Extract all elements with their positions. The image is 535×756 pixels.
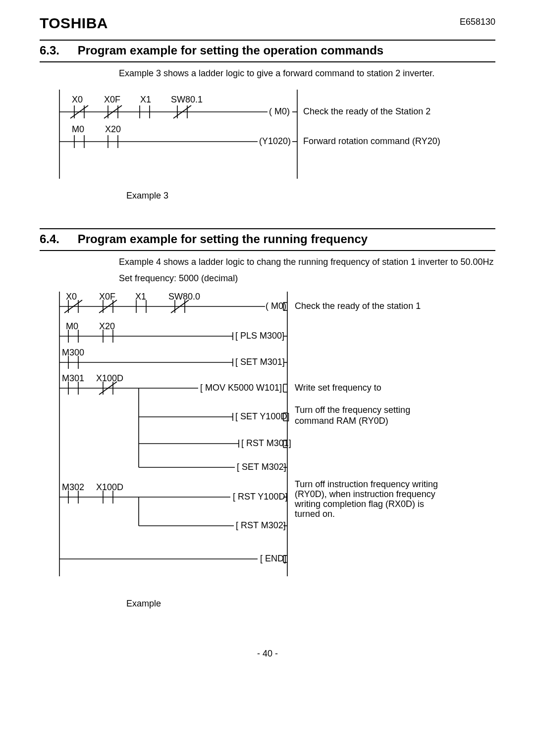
svg-text:[ END]: [ END]: [260, 554, 286, 563]
svg-text:writing completion flag (RX0D): writing completion flag (RX0D) is: [294, 499, 424, 509]
section-6-4-desc2: Set frequency: 5000 (decimal): [119, 271, 495, 286]
section-6-3-desc: Example 3 shows a ladder logic to give a…: [119, 66, 495, 81]
brand-logo: TOSHIBA: [40, 15, 108, 32]
section-number: 6.3.: [40, 44, 74, 57]
svg-text:[ SET   Y100D]: [ SET Y100D]: [235, 411, 289, 421]
svg-text:M0: M0: [72, 124, 84, 134]
svg-text:(RY0D), when instruction frequ: (RY0D), when instruction frequency: [295, 489, 435, 499]
section-number: 6.4.: [40, 232, 74, 246]
svg-text:X1: X1: [135, 292, 146, 302]
document-number: E658130: [460, 17, 495, 27]
svg-text:X20: X20: [105, 124, 121, 134]
svg-text:X100D: X100D: [96, 482, 123, 492]
svg-text:X0F: X0F: [104, 95, 120, 104]
page: TOSHIBA E658130 6.3. Program example for…: [0, 0, 535, 679]
svg-text:X0: X0: [66, 292, 77, 302]
svg-text:X1: X1: [140, 95, 151, 104]
svg-text:[ MOV   K5000   W101]: [ MOV K5000 W101]: [200, 383, 282, 393]
svg-text:M301: M301: [62, 373, 84, 383]
svg-text:Forward rotation command (RY20: Forward rotation command (RY20): [303, 136, 440, 146]
svg-text:Turn off instruction frequency: Turn off instruction frequency writing: [295, 479, 438, 489]
svg-text:(Y1020): (Y1020): [259, 136, 291, 146]
ladder-diagram-example-4: X0 X0F X1 SW80.0 ( M0) Check the ready o…: [50, 289, 485, 581]
page-footer: - 40 -: [40, 649, 495, 659]
svg-text:X100D: X100D: [96, 373, 123, 383]
svg-text:SW80.0: SW80.0: [168, 292, 200, 302]
svg-text:Check the ready of the station: Check the ready of the station 1: [295, 301, 421, 311]
section-heading: Program example for setting the operatio…: [78, 44, 383, 57]
svg-text:Check the ready of the Station: Check the ready of the Station 2: [303, 106, 430, 116]
section-6-3-title: 6.3. Program example for setting the ope…: [40, 40, 495, 62]
svg-text:SW80.1: SW80.1: [171, 95, 203, 104]
svg-text:[ PLS   M300]: [ PLS M300]: [235, 331, 284, 341]
section-6-4-title: 6.4. Program example for setting the run…: [40, 228, 495, 251]
svg-text:M300: M300: [62, 348, 84, 357]
svg-text:[ RST   Y100D]: [ RST Y100D]: [233, 492, 287, 502]
svg-text:turned on.: turned on.: [295, 509, 335, 519]
svg-text:[ RST   M302]: [ RST M302]: [236, 520, 286, 530]
svg-text:[ SET   M301]: [ SET M301]: [235, 357, 285, 367]
svg-text:X0: X0: [72, 95, 83, 104]
svg-text:( M0): ( M0): [269, 106, 290, 116]
svg-text:Turn off the frequency setting: Turn off the frequency setting: [295, 405, 410, 415]
section-heading: Program example for setting the running …: [78, 232, 368, 246]
header: TOSHIBA E658130: [40, 15, 495, 32]
svg-text:command RAM (RY0D): command RAM (RY0D): [295, 416, 388, 426]
svg-text:M0: M0: [66, 321, 78, 331]
section-6-4-desc1: Example 4 shows a ladder logic to chang …: [119, 255, 495, 269]
example-3-caption: Example 3: [126, 191, 495, 201]
example-4-caption: Example: [126, 599, 495, 609]
svg-text:[ SET M302]: [ SET M302]: [237, 462, 286, 472]
ladder-diagram-example-3: X0 X0F X1 SW80.1 ( M0) Check the read: [50, 85, 485, 184]
svg-text:Write     set     frequency   : Write set frequency to: [295, 383, 381, 393]
svg-text:M302: M302: [62, 482, 84, 492]
